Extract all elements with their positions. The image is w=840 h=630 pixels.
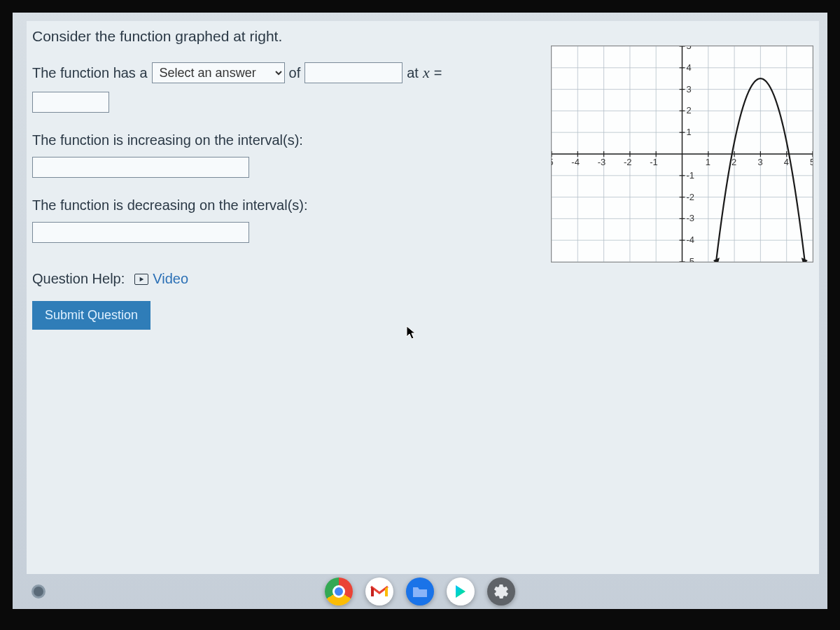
files-icon[interactable]: [406, 578, 434, 606]
svg-text:1: 1: [706, 157, 710, 167]
svg-text:2: 2: [686, 105, 691, 115]
video-icon: [134, 274, 148, 285]
svg-text:-5: -5: [686, 256, 694, 262]
taskbar: [325, 578, 515, 606]
svg-text:2: 2: [732, 157, 736, 167]
decreasing-label: The function is decreasing on the interv…: [32, 197, 308, 214]
svg-text:-5: -5: [551, 157, 554, 167]
increasing-interval-input[interactable]: [32, 157, 249, 178]
function-graph: -5-4-3-2-112345-5-4-3-2-112345: [551, 46, 813, 262]
video-label: Video: [153, 271, 188, 287]
svg-text:3: 3: [686, 84, 691, 94]
svg-text:4: 4: [686, 62, 691, 73]
video-help-link[interactable]: Video: [134, 271, 188, 287]
svg-text:-1: -1: [686, 170, 694, 181]
launcher-icon[interactable]: [31, 584, 46, 598]
x-value-input[interactable]: [32, 92, 109, 113]
settings-icon[interactable]: [487, 578, 515, 606]
question-help-label: Question Help:: [32, 271, 125, 287]
play-icon[interactable]: [447, 578, 475, 606]
svg-text:1: 1: [686, 127, 691, 137]
x-variable: x: [423, 64, 430, 82]
svg-text:5: 5: [810, 157, 813, 167]
svg-text:-4: -4: [686, 234, 694, 245]
svg-text:-3: -3: [598, 157, 606, 167]
submit-question-button[interactable]: Submit Question: [32, 301, 150, 330]
decreasing-interval-input[interactable]: [32, 222, 249, 243]
line1-text-a: The function has a: [32, 65, 148, 81]
svg-text:-2: -2: [624, 157, 631, 167]
line1-text-b: of: [289, 65, 301, 81]
svg-text:-2: -2: [686, 192, 694, 202]
chrome-icon[interactable]: [325, 578, 353, 606]
extreme-value-input[interactable]: [304, 62, 402, 83]
svg-text:3: 3: [757, 157, 762, 167]
svg-text:-1: -1: [650, 157, 657, 167]
svg-text:5: 5: [686, 46, 691, 51]
answer-type-select[interactable]: Select an answer: [152, 62, 285, 83]
increasing-label: The function is increasing on the interv…: [32, 132, 303, 148]
svg-marker-0: [140, 276, 144, 281]
svg-text:4: 4: [784, 157, 789, 167]
question-prompt: Consider the function graphed at right.: [32, 28, 813, 45]
svg-text:-3: -3: [686, 213, 694, 223]
equals-sign: =: [434, 65, 442, 81]
gmail-icon[interactable]: [365, 578, 393, 606]
svg-text:-4: -4: [571, 157, 579, 167]
at-label: at: [407, 65, 419, 81]
